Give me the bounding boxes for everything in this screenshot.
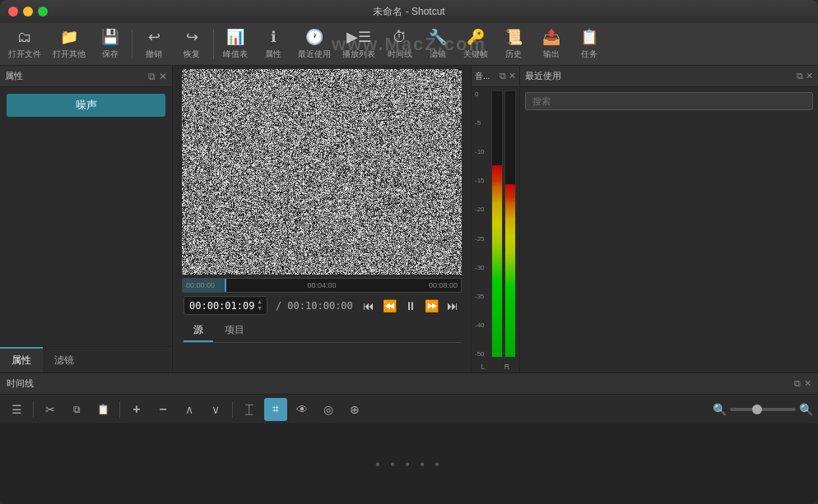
- filters-icon: 🔧: [429, 28, 447, 46]
- export-label: 输出: [543, 49, 560, 60]
- recent-search-input[interactable]: [525, 92, 813, 110]
- timeline-down-button[interactable]: ∨: [204, 398, 227, 421]
- timecode-up[interactable]: ▲: [258, 299, 261, 305]
- recent-panel: 最近使用 ⧉ ✕: [520, 66, 818, 372]
- open-other-icon: 📁: [60, 28, 78, 46]
- toolbar-recent[interactable]: 🕐 最近使用: [293, 26, 336, 62]
- zoom-slider[interactable]: [730, 408, 796, 411]
- total-duration: / 00:10:00:00: [276, 300, 353, 312]
- timeline-icon: ⏱: [393, 29, 407, 46]
- audio-panel-title: 音...: [475, 71, 490, 82]
- recent-panel-title: 最近使用: [525, 70, 561, 82]
- timecode-stepper[interactable]: ▲ ▼: [258, 299, 261, 312]
- playlist-icon: ▶☰: [346, 28, 371, 46]
- recent-close-button[interactable]: ✕: [806, 71, 813, 81]
- scale-5: -5: [475, 119, 488, 127]
- label-left-channel: L: [481, 363, 486, 371]
- skip-end-button[interactable]: ⏭: [445, 298, 460, 314]
- time-label-start: 00:00:00: [186, 281, 215, 289]
- progress-track[interactable]: 00:00:00 00:04:00 00:08:00: [182, 278, 462, 293]
- properties-close-button[interactable]: ✕: [159, 71, 167, 82]
- recent-panel-header: 最近使用 ⧉ ✕: [520, 66, 818, 87]
- open-other-label: 打开其他: [53, 49, 86, 60]
- audio-meter-panel: 音... ⧉ ✕ 0 -5 -10 -15 -20 -25 -30 -35 -4…: [471, 66, 520, 372]
- video-area: 00:00:00 00:04:00 00:08:00 00:00:01:09 ▲…: [173, 66, 471, 372]
- source-tabs: 源 项目: [182, 320, 462, 343]
- toolbar-open-file[interactable]: 🗂 打开文件: [3, 26, 46, 62]
- tab-project[interactable]: 项目: [215, 320, 254, 342]
- timeline-add-button[interactable]: +: [125, 398, 148, 421]
- toolbar-history[interactable]: 📜 历史: [495, 26, 532, 62]
- timeline-scrub-button[interactable]: ⊕: [343, 398, 366, 421]
- playback-controls: 00:00:01:09 ▲ ▼ / 00:10:00:00 ⏮ ⏪ ⏸ ⏩ ⏭: [182, 296, 462, 315]
- skip-start-button[interactable]: ⏮: [361, 298, 376, 314]
- audio-close-button[interactable]: ✕: [509, 71, 516, 81]
- timeline-remove-button[interactable]: −: [151, 398, 174, 421]
- timeline-menu-button[interactable]: ☰: [5, 398, 28, 421]
- recent-icon: 🕐: [305, 28, 323, 46]
- minimize-button[interactable]: [23, 7, 33, 16]
- zoom-in-button[interactable]: 🔍: [799, 403, 813, 416]
- time-label-end: 00:08:00: [429, 281, 458, 289]
- timeline-cut-button[interactable]: ✂: [39, 398, 62, 421]
- timeline-header-buttons: ⧉ ✕: [794, 378, 811, 389]
- title-bar: 未命名 - Shotcut: [0, 0, 818, 23]
- properties-panel-header: 属性 ⧉ ✕: [0, 66, 172, 87]
- scale-0: 0: [475, 90, 488, 98]
- timeline-close-button[interactable]: ✕: [804, 378, 811, 389]
- video-player[interactable]: [182, 69, 462, 275]
- maximize-button[interactable]: [38, 7, 48, 16]
- timeline-paste-button[interactable]: 📋: [91, 398, 114, 421]
- timeline-split-button[interactable]: ⌶: [238, 398, 261, 421]
- toolbar-save[interactable]: 💾 保存: [92, 26, 128, 62]
- toolbar-playlist[interactable]: ▶☰ 播放列表: [337, 26, 380, 62]
- keyframes-icon: 🔑: [467, 28, 485, 46]
- tab-properties[interactable]: 属性: [0, 347, 43, 372]
- pause-button[interactable]: ⏸: [403, 298, 418, 314]
- timeline-ripple-all-button[interactable]: ◎: [317, 398, 340, 421]
- tab-source[interactable]: 源: [184, 320, 213, 342]
- toolbar-properties[interactable]: ℹ 属性: [255, 26, 291, 62]
- timeline-header: 时间线 ⧉ ✕: [0, 373, 818, 395]
- toolbar-jobs[interactable]: 📋 任务: [571, 26, 607, 62]
- current-timecode: 00:00:01:09: [189, 300, 254, 312]
- playback-buttons: ⏮ ⏪ ⏸ ⏩ ⏭: [361, 298, 460, 314]
- timeline-empty-indicator: • • • • •: [375, 457, 443, 472]
- jobs-icon: 📋: [580, 28, 598, 46]
- toolbar-keyframes[interactable]: 🔑 关键帧: [458, 26, 494, 62]
- timeline-up-button[interactable]: ∧: [178, 398, 201, 421]
- rewind-button[interactable]: ⏪: [381, 298, 398, 314]
- properties-float-button[interactable]: ⧉: [148, 71, 156, 82]
- zoom-out-button[interactable]: 🔍: [713, 403, 727, 416]
- close-button[interactable]: [8, 7, 18, 16]
- toolbar-redo[interactable]: ↪ 恢复: [174, 26, 210, 62]
- video-canvas: [182, 69, 462, 275]
- fast-forward-button[interactable]: ⏩: [423, 298, 440, 314]
- timeline-ripple-button[interactable]: 👁: [290, 398, 314, 421]
- toolbar-divider-2: [213, 30, 214, 59]
- zoom-controls: 🔍 🔍: [713, 403, 813, 416]
- properties-panel: 属性 ⧉ ✕ 噪声 属性 滤镜: [0, 66, 173, 372]
- toolbar-filters[interactable]: 🔧 滤镜: [420, 26, 456, 62]
- scale-50: -50: [475, 350, 488, 358]
- tl-divider-1: [33, 401, 34, 418]
- timeline-snap-button[interactable]: ⌗: [264, 398, 287, 421]
- timeline-float-button[interactable]: ⧉: [794, 378, 801, 389]
- toolbar-undo[interactable]: ↩ 撤销: [136, 26, 172, 62]
- timeline-title: 时间线: [7, 377, 34, 390]
- tl-divider-2: [119, 401, 120, 418]
- timeline-copy-button[interactable]: ⧉: [65, 398, 88, 421]
- toolbar-peak-meter[interactable]: 📊 峰值表: [217, 26, 253, 62]
- tab-filters[interactable]: 滤镜: [43, 347, 86, 372]
- timecode-down[interactable]: ▼: [258, 306, 261, 312]
- toolbar-timeline[interactable]: ⏱ 时间线: [382, 26, 418, 62]
- toolbar-open-other[interactable]: 📁 打开其他: [48, 26, 91, 62]
- recent-float-button[interactable]: ⧉: [797, 71, 803, 81]
- keyframes-label: 关键帧: [463, 49, 488, 60]
- audio-float-button[interactable]: ⧉: [500, 71, 506, 81]
- undo-label: 撤销: [146, 49, 162, 60]
- toolbar-export[interactable]: 📤 输出: [533, 26, 569, 62]
- scale-25: -25: [475, 235, 488, 243]
- toolbar-divider-1: [132, 30, 132, 59]
- filters-label: 滤镜: [430, 49, 446, 60]
